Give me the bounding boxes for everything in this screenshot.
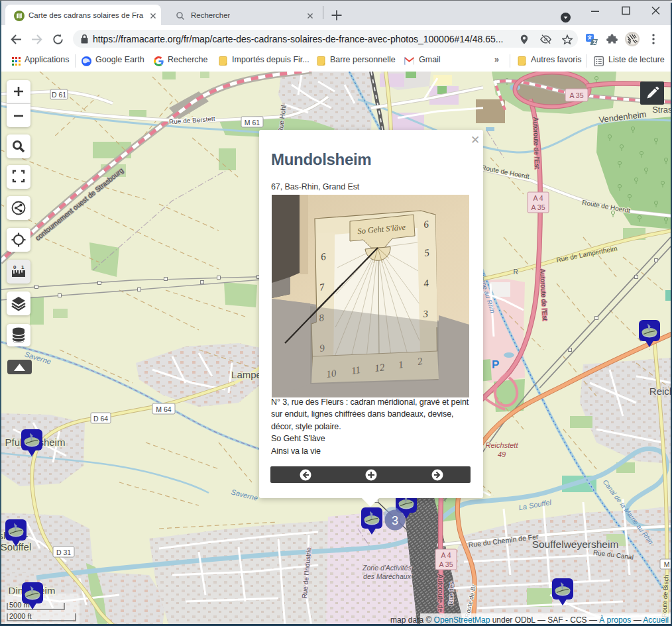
svg-text:map data © OpenStreetMap under: map data © OpenStreetMap under ODbL — SA… xyxy=(390,615,669,625)
svg-text:0: 0 xyxy=(13,264,17,270)
svg-text:Souffelweyersheim: Souffelweyersheim xyxy=(532,539,619,550)
svg-text:Strasb: Strasb xyxy=(652,105,672,115)
svg-text:A 35: A 35 xyxy=(439,560,453,568)
svg-text:des Maréchaux: des Maréchaux xyxy=(363,572,412,580)
svg-text:A 4: A 4 xyxy=(533,194,543,202)
svg-text:2000 ft: 2000 ft xyxy=(9,612,32,620)
svg-text:Zone d'Activités: Zone d'Activités xyxy=(362,564,412,572)
svg-text:A 4: A 4 xyxy=(441,551,451,559)
svg-text:Lampe: Lampe xyxy=(231,369,262,380)
svg-text:Rue des: Rue des xyxy=(447,582,455,605)
svg-text:M 61: M 61 xyxy=(245,119,260,127)
svg-text:M 64: M 64 xyxy=(156,405,172,413)
svg-text:D 61: D 61 xyxy=(52,91,66,99)
svg-text:Reich: Reich xyxy=(649,386,672,397)
svg-text:R: R xyxy=(513,268,518,276)
svg-text:1: 1 xyxy=(21,264,25,270)
svg-text:3: 3 xyxy=(392,514,398,527)
svg-text:49: 49 xyxy=(498,450,506,458)
svg-text:P: P xyxy=(492,358,499,371)
svg-text:Reichstett: Reichstett xyxy=(486,441,519,449)
svg-text:D 31: D 31 xyxy=(56,548,71,556)
svg-text:3: 3 xyxy=(422,308,429,319)
svg-text:M: M xyxy=(664,560,670,568)
svg-text:D 64: D 64 xyxy=(93,415,108,423)
svg-text:A 35: A 35 xyxy=(569,91,583,99)
svg-text:A 35: A 35 xyxy=(531,203,545,211)
